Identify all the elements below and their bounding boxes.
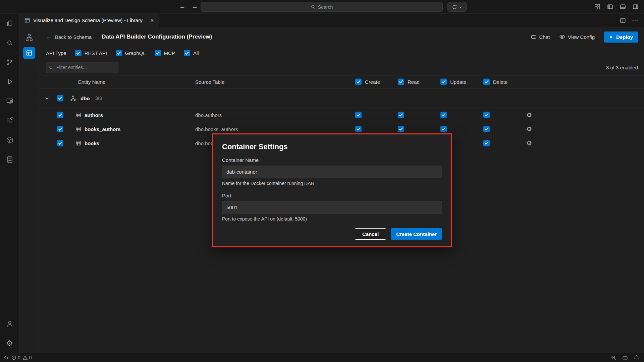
create-checkbox[interactable] <box>355 112 362 118</box>
delete-checkbox[interactable] <box>483 140 490 146</box>
view-config-button[interactable]: View Config <box>559 34 595 40</box>
zoom-icon[interactable] <box>611 355 616 361</box>
graphql-checkbox[interactable] <box>116 50 122 56</box>
extensions-icon[interactable] <box>0 111 19 130</box>
nav-forward-icon[interactable]: → <box>192 3 198 10</box>
row-settings-gear-icon[interactable]: ⚙ <box>526 125 532 133</box>
layout-grid-icon[interactable] <box>594 4 600 10</box>
dab-config-icon[interactable] <box>23 47 35 59</box>
port-input[interactable] <box>222 201 442 214</box>
back-to-schema-label: Back to Schema <box>55 34 92 40</box>
panel-right-icon[interactable] <box>633 4 639 10</box>
group-count: 3/3 <box>95 96 102 101</box>
graphql-label: GraphQL <box>125 50 146 56</box>
delete-checkbox[interactable] <box>483 112 490 118</box>
warning-icon <box>22 355 28 360</box>
mcp-label: MCP <box>164 50 175 56</box>
row-settings-gear-icon[interactable]: ⚙ <box>526 111 532 119</box>
page-title: Data API Builder Configuration (Preview) <box>102 34 212 40</box>
update-checkbox[interactable] <box>440 112 447 118</box>
entities-table-header: Entity Name Source Table Create Read Upd… <box>39 75 644 88</box>
create-column-header: Create <box>365 79 380 85</box>
designer-view-strip <box>20 27 39 353</box>
table-icon <box>75 112 81 118</box>
read-checkbox[interactable] <box>398 112 404 118</box>
read-all-checkbox[interactable] <box>398 79 404 85</box>
chat-sessions-button[interactable] <box>447 2 467 12</box>
filter-search-icon <box>49 65 54 70</box>
api-option-graphql: GraphQL <box>116 50 146 56</box>
containers-icon[interactable] <box>0 130 19 150</box>
create-container-button[interactable]: Create Container <box>391 228 442 240</box>
update-column-header: Update <box>450 79 466 85</box>
errors-indicator[interactable]: 0 <box>11 355 20 360</box>
search-sidebar-icon[interactable] <box>0 33 19 53</box>
source-control-icon[interactable] <box>0 53 19 72</box>
warnings-indicator[interactable]: 0 <box>22 355 32 360</box>
all-checkbox[interactable] <box>184 50 190 56</box>
schema-diagram-icon[interactable] <box>22 31 36 44</box>
row-settings-gear-icon[interactable]: ⚙ <box>526 139 532 147</box>
nav-back-icon[interactable]: ← <box>179 3 185 10</box>
api-option-rest: REST API <box>75 50 107 56</box>
database-icon[interactable] <box>0 150 19 169</box>
row-checkbox[interactable] <box>57 112 63 118</box>
delete-column-header: Delete <box>493 79 507 85</box>
all-label: All <box>193 50 199 56</box>
bell-icon[interactable] <box>634 355 639 361</box>
enabled-summary: 3 of 3 enabled <box>606 65 638 70</box>
container-name-help: Name for the Docker container running DA… <box>222 181 442 186</box>
panel-left-icon[interactable] <box>607 4 613 10</box>
group-checkbox[interactable] <box>57 95 63 101</box>
back-to-schema-link[interactable]: ← Back to Schema <box>46 34 92 41</box>
read-column-header: Read <box>408 79 420 85</box>
create-all-checkbox[interactable] <box>355 79 362 85</box>
split-editor-icon[interactable] <box>620 17 626 23</box>
rest-api-label: REST API <box>85 50 107 56</box>
more-actions-icon[interactable]: ⋯ <box>632 16 639 24</box>
entity-source: dbo.authors <box>195 112 222 118</box>
title-bar: ← → Search <box>0 0 644 13</box>
account-icon[interactable] <box>0 314 19 334</box>
app-window: ← → Search <box>0 0 644 362</box>
container-name-input[interactable] <box>222 166 442 178</box>
view-config-label: View Config <box>568 34 595 40</box>
command-center-search[interactable]: Search <box>201 2 443 12</box>
chevron-down-icon[interactable] <box>44 96 50 101</box>
remote-indicator-icon[interactable] <box>3 355 9 361</box>
entity-source: dbo.books_authors <box>195 126 238 132</box>
tab-schema-designer[interactable]: Visualize and Design Schema (Preview) - … <box>20 14 159 27</box>
table-icon <box>75 126 81 132</box>
explorer-icon[interactable] <box>0 14 19 33</box>
rest-api-checkbox[interactable] <box>75 50 82 56</box>
filter-entities-input[interactable] <box>46 62 118 73</box>
remote-explorer-icon[interactable] <box>0 92 19 111</box>
delete-checkbox[interactable] <box>483 126 490 132</box>
create-checkbox[interactable] <box>355 126 362 132</box>
entity-name: books <box>85 140 99 146</box>
delete-all-checkbox[interactable] <box>483 79 490 85</box>
deploy-button[interactable]: Deploy <box>604 32 638 43</box>
chat-label: Chat <box>539 34 550 40</box>
mcp-checkbox[interactable] <box>155 50 161 56</box>
chat-icon <box>531 34 537 40</box>
dialog-title: Container Settings <box>222 142 442 151</box>
read-checkbox[interactable] <box>398 126 404 132</box>
update-checkbox[interactable] <box>440 126 447 132</box>
tab-close-icon[interactable]: × <box>150 17 154 23</box>
update-all-checkbox[interactable] <box>440 79 447 85</box>
row-checkbox[interactable] <box>57 126 63 132</box>
run-debug-icon[interactable] <box>0 72 19 92</box>
cancel-button[interactable]: Cancel <box>355 228 386 240</box>
row-checkbox[interactable] <box>57 140 63 146</box>
api-type-label: API Type <box>46 50 66 56</box>
container-name-label: Container Name <box>222 157 442 163</box>
entity-name-column-header: Entity Name <box>78 79 106 85</box>
settings-gear-icon[interactable]: ⚙ <box>0 334 19 353</box>
entity-name: authors <box>85 112 103 118</box>
copilot-icon[interactable] <box>622 355 628 361</box>
chat-button[interactable]: Chat <box>531 34 550 40</box>
port-help: Port to expose the API on (default: 5000… <box>222 216 442 222</box>
panel-bottom-icon[interactable] <box>620 4 626 10</box>
chevron-down-icon <box>459 5 463 9</box>
